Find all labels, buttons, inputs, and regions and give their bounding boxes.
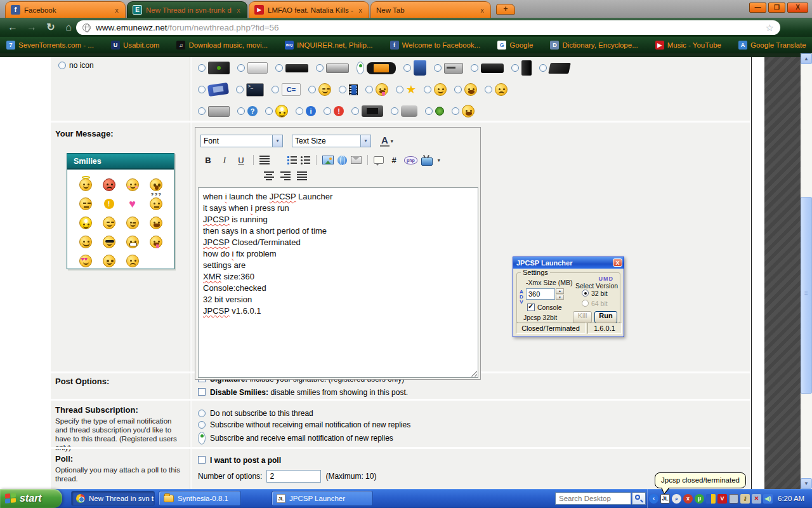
radio-32bit[interactable] xyxy=(582,290,589,297)
thread-icon-radio[interactable] xyxy=(236,86,244,93)
thread-icon-option[interactable] xyxy=(275,64,308,72)
thread-icon-radio[interactable] xyxy=(198,64,206,72)
font-select-arrow-icon[interactable]: ▾ xyxy=(272,135,282,147)
bookmark-item[interactable]: UUsabit.com xyxy=(111,41,160,50)
thread-icon-radio[interactable] xyxy=(198,107,206,115)
volume-icon[interactable]: ◀) xyxy=(763,494,773,504)
reload-button[interactable]: ↻ xyxy=(43,20,58,34)
scroll-up-button[interactable]: ▲ xyxy=(801,53,812,64)
thread-icon-radio[interactable] xyxy=(539,64,547,72)
thread-icon-radio[interactable] xyxy=(324,107,331,115)
search-desktop-input[interactable] xyxy=(555,492,631,505)
smiley-smiley-biggrin-icon[interactable] xyxy=(462,105,475,117)
thread-icon-radio[interactable] xyxy=(424,86,431,93)
thread-icon-option[interactable] xyxy=(424,83,447,96)
jpcsp-close-button[interactable]: X xyxy=(613,258,622,267)
smiley-huh-icon[interactable]: ??? xyxy=(150,197,162,210)
bookmark-item[interactable]: INQINQUIRER.net, Philip... xyxy=(285,41,373,50)
tab-close-icon[interactable]: x xyxy=(236,6,242,14)
disable-smilies-option[interactable]: Disable Smilies: disable smilies from sh… xyxy=(198,388,408,397)
smiley-cell[interactable] xyxy=(103,255,115,267)
poll-checkbox[interactable] xyxy=(198,456,206,464)
underline-button[interactable]: U xyxy=(235,154,247,166)
thread-icon-option[interactable] xyxy=(198,106,230,117)
subscription-radio[interactable] xyxy=(198,432,206,444)
thread-icon-option[interactable] xyxy=(471,64,504,73)
smiley-cell[interactable] xyxy=(79,178,92,191)
smiley-smiley-laugh-icon[interactable] xyxy=(464,83,477,96)
smiley-cell[interactable] xyxy=(103,236,115,248)
search-desktop-button[interactable] xyxy=(632,492,646,505)
thread-icon-option[interactable] xyxy=(198,84,228,95)
address-bar[interactable]: www.emunewz.net /forum/newthread.php?fid… xyxy=(76,20,780,35)
thread-icon-radio[interactable] xyxy=(357,62,364,74)
thread-icon-option[interactable] xyxy=(511,60,532,76)
smiley-cell[interactable] xyxy=(150,217,162,229)
subscription-option[interactable]: Subscribe without receiving email notifi… xyxy=(198,420,410,429)
size-select-arrow-icon[interactable]: ▾ xyxy=(360,135,370,147)
thread-icon-option[interactable]: ★ xyxy=(396,83,416,96)
back-button[interactable]: ← xyxy=(5,20,20,34)
smiley-shocked-icon[interactable] xyxy=(150,178,162,191)
kill-button[interactable]: Kill xyxy=(573,311,592,323)
xmx-size-input[interactable]: 360 xyxy=(526,288,555,300)
collapse-chevron-icon[interactable]: ‹ xyxy=(649,494,658,504)
jpcsp-launcher-window[interactable]: JPCSP Launcher X Settings -Xmx Size (MB)… xyxy=(513,257,624,337)
smiley-cell[interactable] xyxy=(126,236,139,248)
thread-icon-radio[interactable] xyxy=(272,86,279,93)
smiley-cell[interactable] xyxy=(126,217,139,229)
thread-icon-radio[interactable] xyxy=(237,107,245,115)
thread-icon-option[interactable] xyxy=(434,63,463,74)
home-button[interactable]: ⌂ xyxy=(61,20,76,34)
keys-icon[interactable]: ⚷ xyxy=(740,494,750,504)
thread-icon-radio[interactable] xyxy=(396,86,403,93)
smiley-shy-icon[interactable] xyxy=(103,255,115,267)
no-icon-radio[interactable] xyxy=(58,62,66,69)
thread-icon-option[interactable] xyxy=(425,107,444,116)
thread-icon-radio[interactable] xyxy=(339,86,346,93)
thread-icon-radio[interactable] xyxy=(403,64,411,72)
subscription-radio[interactable] xyxy=(198,421,206,429)
start-button[interactable]: start xyxy=(0,489,62,508)
thread-icon-radio[interactable] xyxy=(365,86,373,93)
smiley-cell[interactable] xyxy=(79,217,92,229)
smiley-angel-icon[interactable] xyxy=(79,178,92,191)
thread-icon-radio[interactable] xyxy=(237,64,245,72)
jpcsp-tray-icon[interactable]: JL xyxy=(660,494,670,504)
bookmark-item[interactable]: fWelcome to Facebook... xyxy=(390,41,481,50)
smiley-cell[interactable]: ♥♥ xyxy=(79,255,92,267)
new-tab-button[interactable]: + xyxy=(496,4,515,15)
message-textarea[interactable]: when i launch the JPCSP Launcherit says … xyxy=(198,187,478,378)
subscription-option[interactable]: Do not subscribe to this thread xyxy=(198,409,313,418)
poll-number-input[interactable] xyxy=(266,470,321,483)
thread-icon-option[interactable] xyxy=(351,105,383,117)
thread-icon-option[interactable]: i xyxy=(296,106,316,116)
smiley-cell[interactable] xyxy=(103,217,115,229)
error-icon[interactable]: x xyxy=(683,494,693,504)
smiley-cell[interactable] xyxy=(79,197,92,210)
browser-tab[interactable]: fFacebookx xyxy=(5,1,126,18)
bookmark-item[interactable]: GGoogle xyxy=(497,41,533,50)
utorrent-icon[interactable]: µ xyxy=(695,494,704,504)
align-right-icon[interactable] xyxy=(280,171,291,180)
thread-icon-option[interactable] xyxy=(316,64,349,73)
browser-tab[interactable]: ▶LMFAO feat. Natalia Kills - Chax xyxy=(249,1,369,18)
subscription-option[interactable]: Subscribe and receive email notification… xyxy=(198,432,393,444)
unordered-list-icon[interactable] xyxy=(301,156,310,164)
browser-tab[interactable]: New Tabx xyxy=(370,1,491,18)
thread-icon-option[interactable] xyxy=(236,83,264,97)
bookmark-item[interactable]: AGoogle Translate xyxy=(738,41,806,50)
magnifier-icon[interactable]: ⌕ xyxy=(672,494,681,504)
thread-icon-radio[interactable] xyxy=(452,107,459,115)
run-button[interactable]: Run xyxy=(594,311,617,323)
thread-icon-option[interactable] xyxy=(272,83,301,96)
smiley-cell[interactable]: ♥ xyxy=(129,197,136,210)
align-justify-icon[interactable] xyxy=(297,171,307,180)
smiley-cell[interactable]: ??? xyxy=(150,197,162,210)
thread-icon-option[interactable] xyxy=(365,83,388,96)
smiley-heart-eyes-icon[interactable]: ♥♥ xyxy=(79,255,92,267)
thread-icon-option[interactable] xyxy=(452,105,475,117)
bookmark-item[interactable]: 7SevenTorrents.com - ... xyxy=(6,41,94,50)
italic-button[interactable]: I xyxy=(218,154,231,166)
bookmark-item[interactable]: ▶Music - YouTube xyxy=(655,41,721,50)
